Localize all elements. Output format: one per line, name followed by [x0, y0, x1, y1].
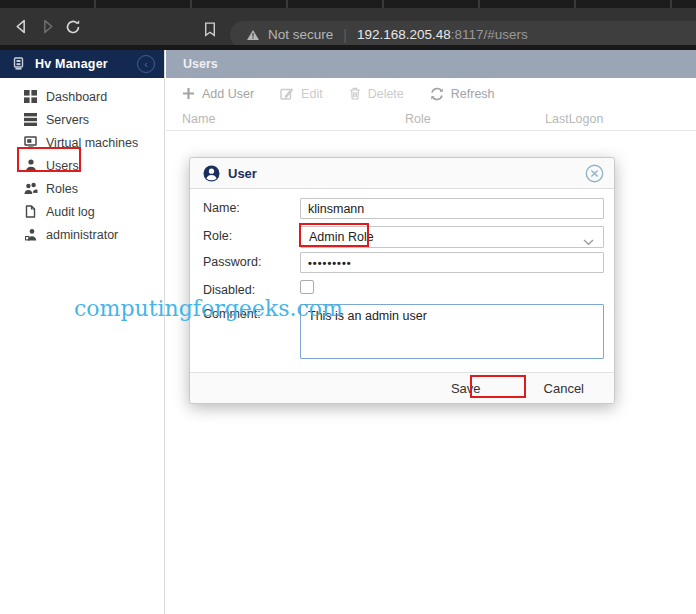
sidebar: Hv Manager ‹ Dashboard Servers Virtual m… [0, 50, 165, 614]
refresh-label: Refresh [451, 87, 495, 101]
role-selected-value: Admin Role [309, 230, 374, 244]
virtual-machines-icon [23, 136, 38, 149]
dialog-close-icon[interactable] [585, 164, 604, 183]
user-dialog: User Name: Role: Admin Role Password: Di… [189, 157, 615, 404]
refresh-button[interactable]: Refresh [430, 87, 495, 101]
plus-icon [182, 87, 195, 100]
delete-label: Delete [368, 87, 404, 101]
sidebar-item-users[interactable]: Users [0, 154, 164, 177]
address-bar[interactable]: Not secure | 192.168.205.48:8117/#users [230, 21, 696, 48]
app-title: Hv Manager [35, 57, 108, 71]
name-field[interactable] [300, 198, 604, 219]
roles-icon [23, 182, 38, 195]
dialog-title: User [228, 166, 257, 181]
column-header-lastlogon[interactable]: LastLogon [545, 112, 603, 126]
window-tabstrip [0, 0, 696, 8]
address-separator: | [343, 27, 347, 43]
dashboard-grid-icon [23, 90, 38, 103]
users-icon [23, 159, 38, 172]
column-header-name[interactable]: Name [182, 112, 215, 126]
trash-icon [349, 87, 361, 100]
sidebar-item-label: Users [46, 159, 79, 173]
chevron-down-icon [583, 235, 594, 249]
url-suffix: :8117/#users [451, 27, 528, 42]
password-label: Password: [203, 255, 261, 269]
column-header-role[interactable]: Role [405, 112, 431, 126]
sidebar-item-label: Virtual machines [46, 136, 138, 150]
url-host: 192.168.205.48 [357, 27, 451, 42]
role-label: Role: [203, 229, 232, 243]
sidebar-item-audit-log[interactable]: Audit log [0, 200, 164, 223]
sidebar-item-label: Roles [46, 182, 78, 196]
add-user-label: Add User [202, 87, 254, 101]
bookmark-icon[interactable] [204, 22, 216, 41]
save-button[interactable]: Save [443, 377, 489, 400]
users-toolbar: Add User Edit Delete Refresh [166, 78, 696, 109]
comment-field[interactable]: This is an admin user [300, 304, 604, 359]
servers-icon [23, 113, 38, 126]
page-title: Users [183, 57, 218, 71]
users-table-header: Name Role LastLogon [166, 109, 696, 131]
disabled-checkbox[interactable] [300, 280, 314, 294]
comment-label: Comment: [203, 307, 261, 321]
not-secure-warning-icon [246, 29, 260, 41]
delete-button[interactable]: Delete [349, 87, 404, 101]
sidebar-menu: Dashboard Servers Virtual machines Users… [0, 85, 164, 246]
panel-titlebar: Users [166, 50, 696, 78]
sidebar-collapse-icon[interactable]: ‹ [137, 55, 155, 73]
sidebar-item-servers[interactable]: Servers [0, 108, 164, 131]
administrator-icon [23, 228, 38, 241]
sidebar-item-roles[interactable]: Roles [0, 177, 164, 200]
disabled-label: Disabled: [203, 283, 255, 297]
sidebar-item-label: Audit log [46, 205, 95, 219]
add-user-button[interactable]: Add User [182, 87, 254, 101]
user-dialog-header: User [190, 158, 614, 189]
edit-pencil-icon [280, 87, 294, 100]
hv-manager-logo-icon [11, 57, 26, 71]
name-label: Name: [203, 201, 240, 215]
role-select[interactable]: Admin Role [300, 226, 604, 248]
user-avatar-icon [203, 165, 220, 182]
edit-button[interactable]: Edit [280, 87, 323, 101]
not-secure-label: Not secure [268, 27, 333, 42]
forward-icon[interactable] [34, 14, 60, 40]
edit-label: Edit [301, 87, 323, 101]
sidebar-item-virtual-machines[interactable]: Virtual machines [0, 131, 164, 154]
cancel-button[interactable]: Cancel [536, 377, 592, 400]
audit-log-icon [23, 205, 38, 218]
sidebar-header: Hv Manager ‹ [0, 50, 164, 78]
browser-toolbar: Not secure | 192.168.205.48:8117/#users [0, 8, 696, 45]
sidebar-item-label: administrator [46, 228, 118, 242]
reload-icon[interactable] [60, 14, 86, 40]
back-icon[interactable] [8, 14, 34, 40]
sidebar-item-label: Dashboard [46, 90, 107, 104]
password-field[interactable] [300, 252, 604, 273]
refresh-icon [430, 87, 444, 101]
sidebar-item-administrator[interactable]: administrator [0, 223, 164, 246]
sidebar-item-dashboard[interactable]: Dashboard [0, 85, 164, 108]
dialog-footer: Save Cancel [190, 372, 614, 403]
sidebar-item-label: Servers [46, 113, 89, 127]
